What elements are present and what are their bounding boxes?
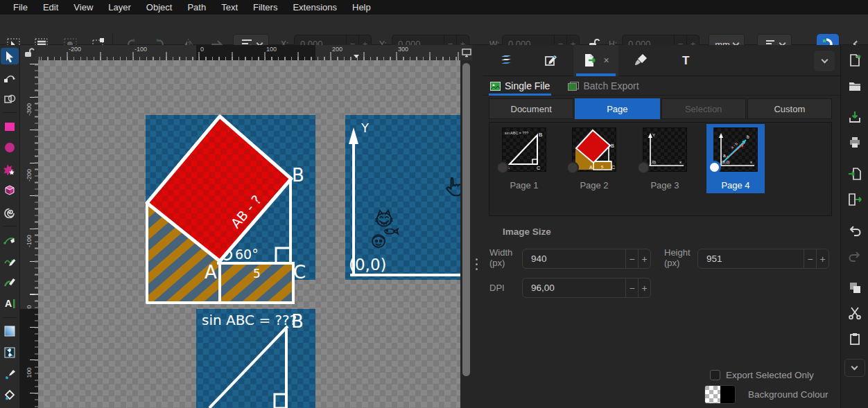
page-4-tile[interactable]: a b a - b (0,0) x Page 4: [706, 124, 765, 193]
width-decrement-button[interactable]: −: [625, 249, 638, 268]
tool-text[interactable]: A: [1, 295, 19, 312]
mode-custom-button[interactable]: Custom: [747, 98, 832, 119]
divider-grip[interactable]: [476, 258, 478, 270]
menu-file[interactable]: File: [6, 1, 35, 14]
menu-filters[interactable]: Filters: [245, 1, 285, 14]
tool-dropper[interactable]: [1, 365, 19, 382]
tab-objects-dialog[interactable]: [528, 45, 573, 76]
height-decrement-button[interactable]: −: [804, 249, 816, 268]
page-2-tile[interactable]: B A C 5 Page 2: [565, 124, 623, 193]
commands-bar: [840, 45, 868, 408]
y-axis-label[interactable]: Y: [361, 121, 370, 135]
tab-export-dialog[interactable]: ×: [573, 45, 618, 76]
page-2-radio[interactable]: [566, 161, 579, 174]
export-button[interactable]: [844, 189, 865, 210]
width-input[interactable]: [523, 249, 625, 268]
canvas-vertical-scrollbar[interactable]: [460, 60, 472, 408]
dpi-increment-button[interactable]: +: [638, 278, 650, 297]
redo-button[interactable]: [844, 246, 865, 267]
height-input[interactable]: [698, 249, 804, 268]
svg-text:(0,0): (0,0): [722, 160, 729, 164]
dpi-input[interactable]: [523, 278, 625, 297]
scrollbar-thumb[interactable]: [462, 63, 470, 376]
tool-pencil[interactable]: [1, 252, 19, 269]
mode-page-button[interactable]: Page: [575, 98, 659, 119]
cut-button[interactable]: [844, 303, 865, 323]
origin-label[interactable]: (0,0): [349, 256, 387, 274]
vertical-ruler[interactable]: -300 -200 -100 0 100: [20, 60, 38, 408]
tool-node[interactable]: [1, 69, 19, 86]
close-tab-icon[interactable]: ×: [603, 55, 609, 65]
ruler-corner[interactable]: [20, 45, 38, 60]
paste-button[interactable]: [844, 328, 865, 349]
vertex-b-label[interactable]: B: [292, 165, 304, 186]
display-mode-button[interactable]: [460, 45, 472, 60]
page-4-thumbnail[interactable]: a b a - b (0,0) x: [713, 127, 758, 172]
horizontal-ruler[interactable]: -200 -100 0 100 200 300: [38, 45, 462, 60]
tab-layers-dialog[interactable]: [483, 45, 528, 76]
menu-view[interactable]: View: [66, 1, 101, 14]
page-4-radio[interactable]: [708, 161, 721, 174]
page-2-thumbnail[interactable]: B A C 5: [572, 127, 616, 172]
single-file-tab[interactable]: Single File: [490, 77, 550, 96]
page-3-radio[interactable]: [637, 161, 650, 174]
redo-icon: [848, 249, 862, 263]
dpi-decrement-button[interactable]: −: [625, 278, 638, 297]
tool-calligraphy[interactable]: [1, 274, 19, 290]
import-button[interactable]: [844, 163, 865, 184]
mode-selection-button[interactable]: Selection: [661, 98, 746, 119]
menu-object[interactable]: Object: [139, 1, 180, 14]
tool-spiral[interactable]: [1, 204, 19, 220]
tool-paint-bucket[interactable]: [1, 387, 19, 403]
tool-pen[interactable]: [1, 231, 19, 248]
ruler-label: 200: [332, 46, 342, 53]
menu-layer[interactable]: Layer: [101, 1, 139, 14]
open-document-button[interactable]: [844, 76, 865, 96]
vertex-b-label[interactable]: B: [291, 311, 304, 332]
tool-ellipse[interactable]: [1, 139, 19, 156]
page-axes[interactable]: Y (0,0): [345, 115, 462, 280]
menu-help[interactable]: Help: [345, 1, 379, 14]
undo-button[interactable]: [844, 220, 865, 241]
tool-star[interactable]: [1, 161, 19, 177]
mode-document-button[interactable]: Document: [489, 98, 573, 119]
tab-text-dialog[interactable]: T: [663, 45, 709, 76]
page-3-thumbnail[interactable]: Y ,0) x: [643, 127, 687, 172]
menu-text[interactable]: Text: [214, 1, 245, 14]
page-3-tile[interactable]: Y ,0) x Page 3: [636, 124, 694, 193]
batch-export-tab[interactable]: Batch Export: [568, 77, 639, 96]
export-selected-checkbox[interactable]: [710, 370, 720, 380]
tool-selector[interactable]: [1, 48, 19, 64]
tool-3dbox[interactable]: [1, 182, 19, 199]
page-problem-square[interactable]: B AB - ? 60° A 5 C: [146, 115, 315, 303]
commands-overflow-button[interactable]: [844, 359, 865, 377]
tool-mesh[interactable]: [1, 344, 19, 361]
tool-shape-builder[interactable]: [1, 91, 19, 107]
menu-extensions[interactable]: Extensions: [285, 1, 345, 14]
vertex-c-label[interactable]: C: [293, 262, 306, 283]
page-sin-triangle[interactable]: sin ABC = ??? B: [196, 309, 315, 408]
canvas[interactable]: B AB - ? 60° A 5 C Y (0,0): [38, 60, 462, 408]
menu-path[interactable]: Path: [180, 1, 214, 14]
dialog-menu-button[interactable]: [814, 51, 835, 71]
page-1-radio[interactable]: [496, 161, 509, 174]
copy-button[interactable]: [844, 277, 865, 298]
tab-fill-stroke-dialog[interactable]: [618, 45, 663, 76]
page-1-thumbnail[interactable]: sin ABC = ??? B A C: [502, 127, 546, 172]
tool-gradient[interactable]: [1, 323, 19, 339]
angle-label[interactable]: 60°: [235, 247, 259, 262]
tool-rectangle[interactable]: [1, 118, 19, 134]
page-1-tile[interactable]: sin ABC = ??? B A C Page 1: [495, 124, 553, 193]
height-increment-button[interactable]: +: [816, 249, 828, 268]
width-increment-button[interactable]: +: [638, 249, 650, 268]
base-length-label[interactable]: 5: [253, 267, 261, 281]
export-area-modes: Document Page Selection Custom: [489, 98, 832, 119]
vertex-a-label[interactable]: A: [205, 262, 217, 283]
sin-title[interactable]: sin ABC = ???: [202, 312, 297, 328]
new-document-button[interactable]: [844, 50, 865, 71]
panel-resize-divider[interactable]: [472, 45, 483, 408]
print-button[interactable]: [844, 132, 865, 153]
menu-edit[interactable]: Edit: [35, 1, 66, 14]
background-colour-swatch[interactable]: [704, 385, 736, 404]
save-document-button[interactable]: [844, 107, 865, 127]
